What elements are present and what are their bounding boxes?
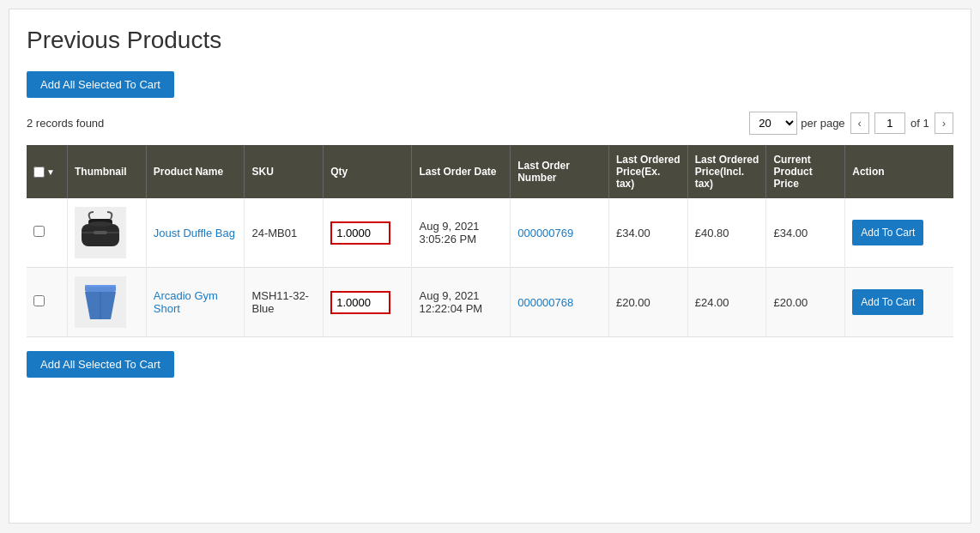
prev-page-button[interactable]: ‹ bbox=[850, 112, 869, 134]
row2-add-to-cart-button[interactable]: Add To Cart bbox=[852, 289, 923, 315]
table-body: Joust Duffle Bag 24-MB01 Aug 9, 2021 3:0… bbox=[27, 198, 953, 337]
svg-rect-7 bbox=[85, 285, 116, 287]
row2-qty-input[interactable] bbox=[330, 291, 390, 314]
th-product-name: Product Name bbox=[146, 145, 245, 198]
of-total-label: of 1 bbox=[910, 117, 929, 130]
row2-last-order-date-cell: Aug 9, 2021 12:22:04 PM bbox=[412, 268, 511, 337]
th-qty: Qty bbox=[324, 145, 412, 198]
row2-thumbnail bbox=[75, 276, 126, 328]
row1-current-price-cell: £34.00 bbox=[766, 198, 845, 268]
pagination-controls: 20 30 50 100 per page ‹ of 1 › bbox=[749, 112, 953, 135]
table-row: Arcadio Gym Short MSH11-32-Blue Aug 9, 2… bbox=[27, 268, 953, 337]
row2-select-cell bbox=[27, 268, 68, 337]
select-all-chevron-icon[interactable]: ▼ bbox=[46, 167, 55, 177]
row1-last-order-num-cell: 000000769 bbox=[511, 198, 609, 268]
row2-sku-cell: MSH11-32-Blue bbox=[245, 268, 324, 337]
next-page-button[interactable]: › bbox=[935, 112, 953, 134]
row2-current-price: £20.00 bbox=[773, 296, 808, 309]
row1-price-incl-cell: £40.80 bbox=[687, 198, 766, 268]
row1-last-order-date: Aug 9, 2021 3:05:26 PM bbox=[419, 220, 479, 245]
th-current-price: Current Product Price bbox=[766, 145, 845, 198]
table-header-row: ▼ Thumbnail Product Name SKU Qty Last Or… bbox=[27, 145, 953, 198]
row1-price-ex: £34.00 bbox=[616, 227, 650, 239]
row2-checkbox[interactable] bbox=[33, 295, 45, 306]
row1-thumbnail-cell bbox=[68, 198, 147, 268]
th-last-ordered-price-incl: Last Ordered Price(Incl. tax) bbox=[687, 145, 766, 198]
toolbar: 2 records found 20 30 50 100 per page ‹ … bbox=[27, 112, 953, 135]
gym-shorts-image bbox=[75, 276, 126, 328]
page-title: Previous Products bbox=[27, 27, 953, 54]
per-page-dropdown[interactable]: 20 30 50 100 bbox=[749, 112, 797, 135]
th-last-order-date: Last Order Date bbox=[412, 145, 511, 198]
row1-select-cell bbox=[27, 198, 68, 268]
svg-point-2 bbox=[88, 221, 112, 227]
row1-sku-cell: 24-MB01 bbox=[245, 198, 324, 268]
row2-product-name-cell: Arcadio Gym Short bbox=[146, 268, 245, 337]
svg-rect-0 bbox=[82, 224, 119, 246]
page-container: Previous Products Add All Selected To Ca… bbox=[9, 9, 971, 524]
row2-current-price-cell: £20.00 bbox=[766, 268, 845, 337]
row2-order-link[interactable]: 000000768 bbox=[517, 296, 573, 309]
th-select: ▼ bbox=[27, 145, 68, 198]
row1-checkbox[interactable] bbox=[33, 226, 45, 237]
row2-product-link[interactable]: Arcadio Gym Short bbox=[154, 289, 218, 315]
row1-price-ex-cell: £34.00 bbox=[608, 198, 687, 268]
row1-product-link[interactable]: Joust Duffle Bag bbox=[154, 227, 235, 239]
row1-add-to-cart-button[interactable]: Add To Cart bbox=[852, 220, 923, 245]
row1-sku: 24-MB01 bbox=[251, 227, 297, 239]
th-sku: SKU bbox=[245, 145, 324, 198]
add-all-to-cart-bottom-button[interactable]: Add All Selected To Cart bbox=[27, 351, 174, 378]
row2-thumbnail-cell bbox=[68, 268, 147, 337]
select-all-checkbox[interactable] bbox=[33, 167, 45, 178]
row2-qty-cell bbox=[324, 268, 412, 337]
row2-last-order-date: Aug 9, 2021 12:22:04 PM bbox=[419, 289, 482, 315]
row1-product-name-cell: Joust Duffle Bag bbox=[146, 198, 245, 268]
products-table: ▼ Thumbnail Product Name SKU Qty Last Or… bbox=[27, 145, 953, 337]
row2-sku: MSH11-32-Blue bbox=[251, 289, 308, 315]
records-found: 2 records found bbox=[27, 117, 104, 130]
table-row: Joust Duffle Bag 24-MB01 Aug 9, 2021 3:0… bbox=[27, 198, 953, 268]
th-thumbnail: Thumbnail bbox=[68, 145, 147, 198]
row1-order-link[interactable]: 000000769 bbox=[517, 227, 573, 239]
th-last-ordered-price-ex: Last Ordered Price(Ex. tax) bbox=[608, 145, 687, 198]
th-action: Action bbox=[845, 145, 953, 198]
row2-price-ex-cell: £20.00 bbox=[608, 268, 687, 337]
page-number-input[interactable] bbox=[874, 112, 905, 134]
row1-thumbnail bbox=[75, 207, 126, 258]
row1-price-incl: £40.80 bbox=[695, 227, 729, 239]
row1-qty-input[interactable] bbox=[330, 221, 390, 245]
row2-price-ex: £20.00 bbox=[616, 296, 650, 309]
svg-rect-4 bbox=[94, 231, 107, 234]
row2-price-incl: £24.00 bbox=[695, 296, 729, 309]
duffle-bag-image bbox=[75, 207, 126, 258]
row1-qty-cell bbox=[324, 198, 412, 268]
per-page-label: per page bbox=[801, 117, 844, 130]
row2-action-cell: Add To Cart bbox=[845, 268, 953, 337]
add-all-to-cart-top-button[interactable]: Add All Selected To Cart bbox=[27, 71, 174, 98]
row1-current-price: £34.00 bbox=[773, 227, 808, 239]
row2-price-incl-cell: £24.00 bbox=[687, 268, 766, 337]
th-last-order-number: Last Order Number bbox=[511, 145, 609, 198]
row1-last-order-date-cell: Aug 9, 2021 3:05:26 PM bbox=[412, 198, 511, 268]
per-page-select: 20 30 50 100 per page bbox=[749, 112, 844, 135]
row1-action-cell: Add To Cart bbox=[845, 198, 953, 268]
row2-last-order-num-cell: 000000768 bbox=[511, 268, 609, 337]
